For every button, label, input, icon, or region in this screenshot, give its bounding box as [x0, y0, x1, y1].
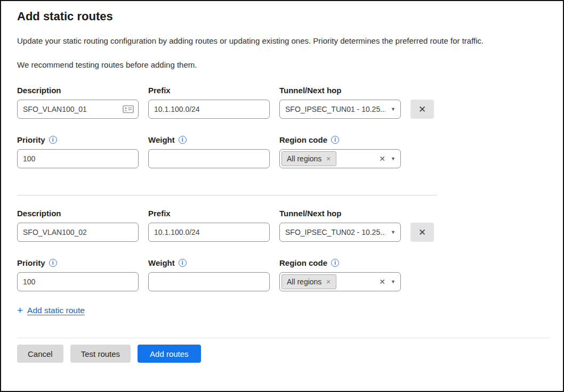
info-icon[interactable]: i: [179, 259, 187, 267]
region-tag-chip: All regions ✕: [281, 151, 336, 166]
prefix-field: Prefix: [148, 85, 270, 119]
weight-label: Weight i: [148, 258, 270, 268]
plus-icon: +: [17, 305, 23, 315]
region-code-label: Region code i: [279, 135, 401, 145]
route-entry-1: Description: [17, 85, 547, 168]
tunnel-next-hop-field: Tunnel/Next hop SFO_IPSEC_TUN02 - 10.25.…: [279, 208, 401, 242]
description-input[interactable]: [17, 100, 139, 119]
chevron-down-icon[interactable]: ▼: [391, 156, 396, 161]
info-icon[interactable]: i: [179, 136, 187, 144]
region-code-field: Region code i All regions ✕ ✕ ▼: [279, 135, 401, 168]
description-field: Description: [17, 85, 139, 119]
description-field: Description: [17, 208, 139, 242]
remove-route-button[interactable]: ✕: [410, 100, 434, 119]
region-code-select[interactable]: All regions ✕ ✕ ▼: [279, 272, 401, 291]
remove-route-button[interactable]: ✕: [410, 223, 434, 242]
info-icon[interactable]: i: [49, 136, 57, 144]
clear-selection-icon[interactable]: ✕: [379, 155, 385, 162]
description-label: Description: [17, 85, 139, 95]
chip-remove-icon[interactable]: ✕: [326, 279, 331, 285]
clear-selection-icon[interactable]: ✕: [379, 278, 385, 285]
chevron-down-icon[interactable]: ▼: [391, 230, 396, 235]
priority-input[interactable]: [17, 149, 139, 168]
prefix-label: Prefix: [148, 208, 270, 218]
recommendation-text: We recommend testing routes before addin…: [17, 60, 547, 69]
region-tag-chip: All regions ✕: [281, 274, 336, 289]
region-tag-label: All regions: [287, 277, 321, 286]
prefix-input[interactable]: [148, 223, 270, 242]
region-code-select[interactable]: All regions ✕ ✕ ▼: [279, 149, 401, 168]
cancel-button[interactable]: Cancel: [17, 345, 63, 363]
chevron-down-icon[interactable]: ▼: [391, 279, 396, 284]
info-icon[interactable]: i: [49, 259, 57, 267]
weight-input[interactable]: [148, 149, 270, 168]
tunnel-next-hop-select[interactable]: SFO_IPSEC_TUN01 - 10.25... ▼: [279, 100, 401, 119]
intro-text: Update your static routing configuration…: [17, 36, 547, 45]
chevron-down-icon[interactable]: ▼: [391, 107, 396, 112]
tunnel-next-hop-label: Tunnel/Next hop: [279, 208, 401, 218]
page-title: Add static routes: [17, 10, 547, 23]
weight-label: Weight i: [148, 135, 270, 145]
priority-label: Priority i: [17, 258, 139, 268]
add-routes-button[interactable]: Add routes: [138, 345, 201, 363]
priority-field: Priority i: [17, 135, 139, 168]
add-static-route-label: Add static route: [27, 306, 85, 315]
route-entry-divider: [17, 195, 437, 195]
description-label: Description: [17, 208, 139, 218]
region-tag-label: All regions: [287, 154, 321, 163]
route-entry-2: Description Prefix Tunnel/Next hop SFO: [17, 208, 547, 291]
tunnel-next-hop-select[interactable]: SFO_IPSEC_TUN02 - 10.25... ▼: [279, 223, 401, 242]
weight-input[interactable]: [148, 272, 270, 291]
test-routes-button[interactable]: Test routes: [70, 345, 131, 363]
tunnel-selected-value: SFO_IPSEC_TUN02 - 10.25...: [285, 228, 385, 236]
prefix-input[interactable]: [148, 100, 270, 119]
priority-input[interactable]: [17, 272, 139, 291]
info-icon[interactable]: i: [331, 259, 339, 267]
add-static-routes-dialog: Add static routes Update your static rou…: [0, 0, 564, 392]
priority-field: Priority i: [17, 258, 139, 291]
chip-remove-icon[interactable]: ✕: [326, 156, 331, 162]
priority-label: Priority i: [17, 135, 139, 145]
prefix-label: Prefix: [148, 85, 270, 95]
description-input[interactable]: [17, 223, 139, 242]
tunnel-next-hop-field: Tunnel/Next hop SFO_IPSEC_TUN01 - 10.25.…: [279, 85, 401, 119]
info-icon[interactable]: i: [331, 136, 339, 144]
tunnel-next-hop-label: Tunnel/Next hop: [279, 85, 401, 95]
region-code-field: Region code i All regions ✕ ✕ ▼: [279, 258, 401, 291]
tunnel-selected-value: SFO_IPSEC_TUN01 - 10.25...: [285, 105, 385, 113]
add-static-route-link[interactable]: + Add static route: [17, 305, 85, 315]
footer-divider: [17, 338, 551, 338]
prefix-field: Prefix: [148, 208, 270, 242]
weight-field: Weight i: [148, 135, 270, 168]
weight-field: Weight i: [148, 258, 270, 291]
static-routes-form: Description: [17, 85, 547, 316]
region-code-label: Region code i: [279, 258, 401, 268]
footer-actions: Cancel Test routes Add routes: [17, 345, 547, 363]
